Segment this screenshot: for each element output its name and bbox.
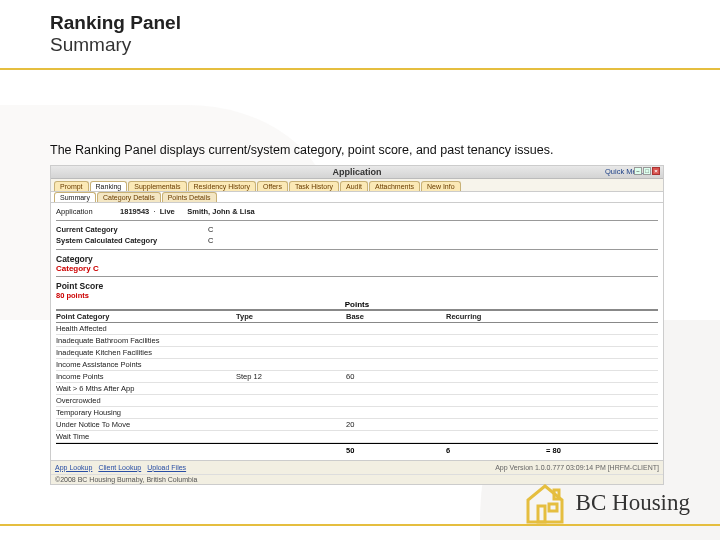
grid-totals-row: 50 6 = 80 xyxy=(56,443,658,455)
point-score-head: Point Score xyxy=(56,281,658,291)
tab-task-history[interactable]: Task History xyxy=(289,181,339,191)
slide-title-block: Ranking Panel Summary xyxy=(0,0,720,56)
main-tabs: PromptRankingSupplementalsResidency Hist… xyxy=(51,179,663,192)
tab-ranking[interactable]: Ranking xyxy=(90,181,128,191)
grid-col: Type xyxy=(236,312,346,321)
current-category-value: C xyxy=(208,225,213,234)
window-title: Application xyxy=(333,167,382,177)
brand-text: BC Housing xyxy=(576,490,690,516)
grid-col: Point Category xyxy=(56,312,236,321)
application-status: Live xyxy=(160,207,175,216)
tab-offers[interactable]: Offers xyxy=(257,181,288,191)
grid-header-row: Point CategoryTypeBaseRecurring xyxy=(56,310,658,323)
totals-recurring: 6 xyxy=(446,446,546,455)
points-total-subhead: 80 points xyxy=(56,291,658,300)
tab-residency-history[interactable]: Residency History xyxy=(188,181,256,191)
footer-link-lookup[interactable]: App Lookup xyxy=(55,464,92,471)
subtab-category-details[interactable]: Category Details xyxy=(97,192,161,202)
slide-description: The Ranking Panel displays current/syste… xyxy=(0,56,720,159)
tab-new-info[interactable]: New Info xyxy=(421,181,461,191)
table-row: Health Affected xyxy=(56,323,658,335)
sub-tabs: SummaryCategory DetailsPoints Details xyxy=(51,192,663,203)
totals-base: 50 xyxy=(346,446,446,455)
system-category-value: C xyxy=(208,236,213,245)
system-category-row: System Calculated Category C xyxy=(56,235,658,246)
title-line-2: Summary xyxy=(50,34,720,56)
points-center-head: Points xyxy=(56,300,658,310)
application-window: Application Quick Menu – □ × PromptRanki… xyxy=(50,165,664,485)
house-icon xyxy=(522,482,568,524)
system-category-label: System Calculated Category xyxy=(56,236,157,245)
table-row: Under Notice To Move20 xyxy=(56,419,658,431)
svg-rect-0 xyxy=(538,506,545,522)
totals-equals: = 80 xyxy=(546,446,658,455)
table-row: Wait Time xyxy=(56,431,658,443)
subtab-points-details[interactable]: Points Details xyxy=(162,192,217,202)
table-row: Temporary Housing xyxy=(56,407,658,419)
tab-audit[interactable]: Audit xyxy=(340,181,368,191)
category-value: Category C xyxy=(56,264,658,273)
footer-link-upload[interactable]: Upload Files xyxy=(147,464,186,471)
grid-col xyxy=(546,312,658,321)
subtab-summary[interactable]: Summary xyxy=(54,192,96,202)
current-category-label: Current Category xyxy=(56,225,118,234)
tab-prompt[interactable]: Prompt xyxy=(54,181,89,191)
category-section-head: Category xyxy=(56,254,658,264)
application-row: Application 1819543 · Live Smith, John &… xyxy=(56,206,658,217)
application-id: 1819543 xyxy=(120,207,149,216)
footer-version: App Version 1.0.0.777 03:09:14 PM [HRFM-… xyxy=(495,464,659,471)
grid-col: Base xyxy=(346,312,446,321)
minimize-icon[interactable]: – xyxy=(634,167,642,175)
table-row: Wait > 6 Mths After App xyxy=(56,383,658,395)
footer-link-client[interactable]: Client Lookup xyxy=(98,464,141,471)
title-line-1: Ranking Panel xyxy=(50,12,720,34)
application-label: Application xyxy=(56,207,118,216)
table-row: Income PointsStep 1260 xyxy=(56,371,658,383)
panel-body: Application 1819543 · Live Smith, John &… xyxy=(51,203,663,460)
applicant-name: Smith, John & Lisa xyxy=(187,207,255,216)
footer-rule xyxy=(0,524,720,526)
current-category-row: Current Category C xyxy=(56,224,658,235)
table-row: Inadequate Bathroom Facilities xyxy=(56,335,658,347)
maximize-icon[interactable]: □ xyxy=(643,167,651,175)
app-footer: App Lookup Client Lookup Upload Files Ap… xyxy=(51,460,663,474)
grid-col: Recurring xyxy=(446,312,546,321)
window-controls: – □ × xyxy=(634,167,660,175)
svg-rect-1 xyxy=(549,504,557,511)
window-titlebar: Application Quick Menu – □ × xyxy=(51,166,663,179)
grid-body: Health AffectedInadequate Bathroom Facil… xyxy=(56,323,658,443)
close-icon[interactable]: × xyxy=(652,167,660,175)
table-row: Overcrowded xyxy=(56,395,658,407)
brand-logo: BC Housing xyxy=(522,482,690,524)
table-row: Inadequate Kitchen Facilities xyxy=(56,347,658,359)
tab-supplementals[interactable]: Supplementals xyxy=(128,181,186,191)
table-row: Income Assistance Points xyxy=(56,359,658,371)
tab-attachments[interactable]: Attachments xyxy=(369,181,420,191)
